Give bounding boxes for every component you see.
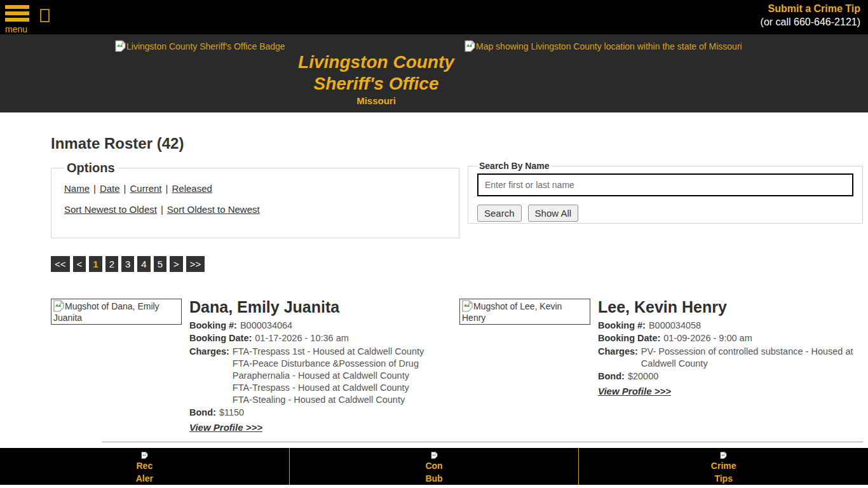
booking-date-value: 01-09-2026 - 9:00 am bbox=[663, 332, 868, 344]
county-map-broken-image: Map showing Livingston County location w… bbox=[465, 40, 742, 52]
separator: | bbox=[124, 183, 126, 194]
badge-alt-text: Livingston County Sheriff's Office Badge bbox=[126, 41, 285, 51]
booking-date-label: Booking Date: bbox=[189, 332, 252, 344]
charge-item: FTA-Peace Disturbance &Possession of Dru… bbox=[233, 358, 430, 382]
crime-tip-phone: (or call 660-646-2121) bbox=[761, 17, 860, 28]
broken-image-icon bbox=[53, 300, 64, 312]
booking-number-value: B000034058 bbox=[649, 320, 868, 332]
search-input[interactable] bbox=[477, 173, 853, 196]
top-bar: menu Submit a Crime Tip (or call 660-646… bbox=[0, 0, 868, 34]
site-subtitle: Missouri bbox=[293, 95, 459, 106]
charges-label: Charges: bbox=[598, 346, 638, 370]
filter-link-date[interactable]: Date bbox=[100, 183, 120, 194]
page-2-button[interactable]: 2 bbox=[105, 256, 118, 272]
page-5-button[interactable]: 5 bbox=[154, 256, 166, 272]
map-alt-text: Map showing Livingston County location w… bbox=[476, 41, 742, 51]
mugshot-alt-text: Mugshot of Lee, Kevin Henry bbox=[462, 301, 562, 323]
filter-link-name[interactable]: Name bbox=[64, 183, 90, 194]
footer-link-text: Crime bbox=[711, 459, 736, 472]
bond-label: Bond: bbox=[189, 407, 216, 419]
footer-link-text: Aler bbox=[136, 472, 153, 485]
page-1-button[interactable]: 1 bbox=[89, 256, 102, 272]
broken-image-icon bbox=[139, 452, 150, 459]
bond-label: Bond: bbox=[598, 370, 625, 383]
bond-value: $1150 bbox=[219, 407, 244, 419]
menu-label: menu bbox=[5, 24, 29, 34]
footer-link-alerts[interactable]: Rec Aler bbox=[0, 448, 290, 485]
broken-image-icon bbox=[465, 40, 475, 52]
broken-image-icon bbox=[115, 40, 126, 52]
separator: | bbox=[161, 204, 163, 215]
sort-newest-to-oldest-link[interactable]: Sort Newest to Oldest bbox=[64, 204, 157, 215]
site-header: Livingston County Sheriff's Office Badge… bbox=[0, 34, 868, 112]
separator: | bbox=[166, 183, 168, 194]
charge-item: FTA-Stealing - Housed at Caldwell County bbox=[233, 394, 430, 406]
page-3-button[interactable]: 3 bbox=[121, 256, 134, 272]
page-prev-button[interactable]: < bbox=[73, 256, 86, 272]
sheriff-badge-broken-image: Livingston County Sheriff's Office Badge bbox=[115, 40, 293, 52]
site-title: Livingston County Sheriff's Office Misso… bbox=[293, 51, 459, 106]
search-button[interactable]: Search bbox=[477, 205, 522, 222]
filter-links-row: Name|Date|Current|Released bbox=[64, 183, 446, 194]
booking-number-label: Booking #: bbox=[598, 320, 646, 332]
options-panel: Options Name|Date|Current|Released Sort … bbox=[51, 161, 459, 238]
mugshot-broken-image: Mugshot of Dana, Emily Juanita bbox=[51, 299, 182, 325]
menu-button[interactable]: menu bbox=[5, 5, 29, 34]
page-next-button[interactable]: > bbox=[170, 256, 183, 272]
mugshot-alt-text: Mugshot of Dana, Emily Juanita bbox=[53, 301, 159, 323]
view-profile-link[interactable]: View Profile >>> bbox=[598, 386, 671, 396]
broken-image-icon bbox=[429, 452, 440, 459]
footer-divider bbox=[102, 442, 863, 442]
filter-link-current[interactable]: Current bbox=[130, 183, 162, 194]
footer-link-bulletin[interactable]: Con Bub bbox=[290, 448, 580, 485]
page-first-button[interactable]: << bbox=[51, 256, 70, 272]
options-legend: Options bbox=[64, 161, 118, 175]
footer-link-text: Rec bbox=[136, 459, 153, 472]
charges-list: PV- Possession of controlled substance -… bbox=[641, 346, 868, 370]
site-title-line1: Livingston County bbox=[293, 51, 459, 73]
separator: | bbox=[93, 183, 96, 194]
search-legend: Search By Name bbox=[477, 161, 552, 171]
booking-number-label: Booking #: bbox=[189, 320, 237, 332]
sort-oldest-to-newest-link[interactable]: Sort Oldest to Newest bbox=[167, 204, 260, 215]
inmate-name: Dana, Emily Juanita bbox=[189, 299, 452, 315]
sort-links-row: Sort Newest to Oldest|Sort Oldest to New… bbox=[64, 204, 446, 215]
inmate-card: Mugshot of Lee, Kevin Henry Lee, Kevin H… bbox=[459, 299, 868, 433]
mugshot-broken-image: Mugshot of Lee, Kevin Henry bbox=[459, 299, 590, 325]
footer-link-text: Con bbox=[425, 459, 442, 472]
charge-item: FTA-Trespass 1st - Housed at Caldwell Co… bbox=[233, 346, 430, 358]
charge-item: PV- Possession of controlled substance -… bbox=[641, 346, 868, 370]
pagination: << < 1 2 3 4 5 > >> bbox=[51, 256, 863, 272]
footer-link-crime-tips[interactable]: Crime Tips bbox=[579, 448, 868, 485]
inmate-card: Mugshot of Dana, Emily Juanita Dana, Emi… bbox=[51, 299, 459, 433]
charges-label: Charges: bbox=[189, 346, 229, 407]
booking-date-value: 01-17-2026 - 10:36 am bbox=[255, 332, 452, 344]
view-profile-link[interactable]: View Profile >>> bbox=[189, 422, 262, 433]
page-title: Inmate Roster (42) bbox=[51, 135, 863, 152]
broken-image-icon bbox=[718, 452, 729, 459]
charge-item: FTA-Trespass - Housed at Caldwell County bbox=[233, 382, 430, 394]
main-content: Inmate Roster (42) Options Name|Date|Cur… bbox=[0, 135, 868, 442]
bond-value: $20000 bbox=[628, 370, 658, 383]
booking-number-value: B000034064 bbox=[240, 320, 437, 332]
page-last-button[interactable]: >> bbox=[186, 256, 205, 272]
hamburger-icon bbox=[5, 5, 29, 22]
footer-link-text: Tips bbox=[714, 472, 733, 485]
footer-link-text: Bub bbox=[425, 472, 442, 485]
crime-tip-block: Submit a Crime Tip (or call 660-646-2121… bbox=[761, 0, 868, 28]
inmate-name: Lee, Kevin Henry bbox=[598, 299, 868, 315]
missing-glyph-icon bbox=[40, 9, 50, 22]
broken-image-icon bbox=[462, 300, 473, 312]
inmate-roster: Mugshot of Dana, Emily Juanita Dana, Emi… bbox=[51, 299, 863, 433]
show-all-button[interactable]: Show All bbox=[528, 205, 579, 222]
page-4-button[interactable]: 4 bbox=[137, 256, 150, 272]
submit-crime-tip-link[interactable]: Submit a Crime Tip bbox=[761, 3, 860, 15]
charges-list: FTA-Trespass 1st - Housed at Caldwell Co… bbox=[233, 346, 430, 407]
booking-date-label: Booking Date: bbox=[598, 332, 660, 344]
search-panel: Search By Name Search Show All bbox=[468, 161, 863, 224]
site-title-line2: Sheriff's Office bbox=[293, 73, 459, 95]
site-footer: Rec Aler Con Bub Crime Tips bbox=[0, 448, 868, 485]
filter-link-released[interactable]: Released bbox=[172, 183, 212, 194]
